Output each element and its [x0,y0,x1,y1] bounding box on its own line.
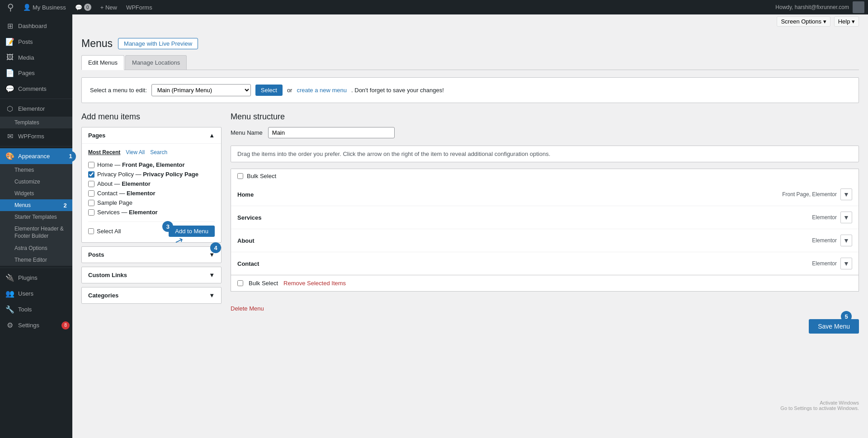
menu-name-input[interactable] [268,127,395,138]
categories-title: Categories [88,292,118,299]
menu-users[interactable]: 👥 Users [0,286,72,301]
add-menu-items-title: Add menu items [81,112,222,122]
page-services-label[interactable]: Services — Elementor [97,209,158,216]
add-to-menu-button[interactable]: Add to Menu [169,226,215,237]
expand-contact-button[interactable]: ▼ [840,258,852,269]
adminbar-site-name[interactable]: 👤 My Business [19,0,70,14]
categories-accordion-header[interactable]: Categories ▼ [82,287,221,303]
item-type-area-home: Front Page, Elementor ▼ [782,188,852,200]
menu-elementor[interactable]: ⬡ Elementor [0,101,72,117]
pages-tab-most-recent[interactable]: Most Recent [88,149,120,155]
menu-tools[interactable]: 🔧 Tools [0,301,72,317]
list-item: About — Elementor [88,179,215,188]
bulk-select-bottom-label[interactable]: Bulk Select [249,280,278,287]
submenu-customize[interactable]: Customize [0,176,72,188]
page-contact-label[interactable]: Contact — Elementor [97,190,156,197]
drag-instruction: Drag the items into the order you prefer… [231,146,859,162]
screen-options-bar: Screen Options ▾ Help ▾ [72,14,868,30]
item-type-about: Elementor [812,237,837,244]
menu-appearance[interactable]: 🎨 Appearance 1 [0,148,72,164]
page-sample-label[interactable]: Sample Page [97,199,132,206]
adminbar-comments[interactable]: 💬 0 [71,0,95,14]
submenu-elementor-builder[interactable]: Elementor Header & Footer Builder [0,223,72,242]
menu-settings[interactable]: ⚙ Settings 8 [0,317,72,333]
wp-logo[interactable]: ⚲ [4,0,18,14]
menu-comments[interactable]: 💬 Comments [0,81,72,97]
posts-icon: 📝 [5,38,14,46]
page-contact-checkbox[interactable] [88,190,94,197]
appearance-icon: 🎨 [5,152,14,160]
page-home-label[interactable]: Home — Front Page, Elementor [97,161,185,168]
create-new-menu-link[interactable]: create a new menu [297,87,347,94]
submenu-menus[interactable]: Menus 2 [0,199,72,211]
expand-home-button[interactable]: ▼ [840,188,852,200]
main-content: Screen Options ▾ Help ▾ Menus Manage wit… [72,14,868,438]
bulk-select-top-label[interactable]: Bulk Select [247,173,276,179]
menu-separator-3 [0,268,72,268]
item-type-area-services: Elementor ▼ [812,212,852,223]
menu-separator-2 [0,146,72,146]
menu-pages[interactable]: 📄 Pages [0,65,72,81]
adminbar-new[interactable]: + New [97,0,121,14]
page-home-checkbox[interactable] [88,162,94,168]
menus-content-grid: Add menu items Pages ▲ Most Recent View … [81,112,859,334]
expand-services-button[interactable]: ▼ [840,212,852,223]
submenu-themes[interactable]: Themes [0,164,72,176]
settings-badge: 8 [61,321,70,330]
select-menu-button[interactable]: Select [255,85,283,96]
menu-media[interactable]: 🖼 Media [0,50,72,65]
submenu-astra-options[interactable]: Astra Options [0,242,72,254]
page-about-label[interactable]: About — Elementor [97,180,151,187]
list-item: Services — Elementor [88,207,215,217]
menu-dashboard[interactable]: ⊞ Dashboard [0,18,72,34]
page-sample-checkbox[interactable] [88,200,94,206]
select-all-text[interactable]: Select All [97,228,121,235]
posts-accordion: Posts ▼ [81,246,222,263]
submenu-widgets[interactable]: Widgets [0,188,72,199]
posts-accordion-header[interactable]: Posts ▼ [82,247,221,263]
plugins-icon: 🔌 [5,273,14,282]
list-item: Sample Page [88,198,215,207]
step-badge-4: 4 [210,242,221,253]
menu-posts[interactable]: 📝 Posts [0,34,72,50]
menu-plugins[interactable]: 🔌 Plugins [0,270,72,286]
page-about-checkbox[interactable] [88,181,94,187]
page-privacy-checkbox[interactable] [88,171,94,178]
list-item: Contact — Elementor [88,188,215,198]
screen-options-button[interactable]: Screen Options ▾ [777,16,830,27]
nav-tabs: Edit Menus Manage Locations [81,55,859,70]
menu-name-label: Menu Name [231,129,263,136]
pages-accordion-header[interactable]: Pages ▲ [82,127,221,143]
pages-list: Home — Front Page, Elementor Privacy Pol… [88,160,215,217]
live-preview-button[interactable]: Manage with Live Preview [118,38,198,49]
page-title: Menus [81,38,113,50]
pages-icon: 📄 [5,69,14,77]
tab-edit-menus[interactable]: Edit Menus [81,55,124,70]
adminbar-wpforms[interactable]: WPForms [123,0,156,14]
pages-tab-view-all[interactable]: View All [126,149,145,155]
adminbar-user-greeting: Howdy, harshit@fixrunner.com [775,4,849,10]
save-menu-button[interactable]: Save Menu [809,319,859,334]
bulk-select-top-checkbox[interactable] [237,173,243,179]
page-privacy-label[interactable]: Privacy Policy — Privacy Policy Page [97,171,198,178]
remove-selected-link[interactable]: Remove Selected Items [283,280,346,287]
submenu-theme-editor[interactable]: Theme Editor [0,254,72,266]
help-button[interactable]: Help ▾ [834,16,859,27]
custom-links-chevron: ▼ [209,272,215,278]
tab-manage-locations[interactable]: Manage Locations [125,55,187,70]
save-menu-area: 5 Save Menu [231,319,859,334]
menu-select-dropdown[interactable]: Main (Primary Menu) [151,84,251,96]
step-badge-2: 2 [60,200,71,211]
bulk-select-bottom-checkbox[interactable] [237,280,243,286]
select-all-checkbox[interactable] [88,228,94,234]
custom-links-accordion-header[interactable]: Custom Links ▼ [82,267,221,283]
submenu-templates[interactable]: Templates [0,117,72,128]
submenu-starter-templates[interactable]: Starter Templates [0,211,72,223]
menu-wpforms[interactable]: ✉ WPForms [0,128,72,144]
menu-item-contact: Contact [237,260,259,267]
page-services-checkbox[interactable] [88,209,94,216]
delete-menu-link[interactable]: Delete Menu [231,305,264,312]
step-badge-5: 5 [841,311,852,322]
expand-about-button[interactable]: ▼ [840,235,852,246]
pages-tab-search[interactable]: Search [150,149,167,155]
